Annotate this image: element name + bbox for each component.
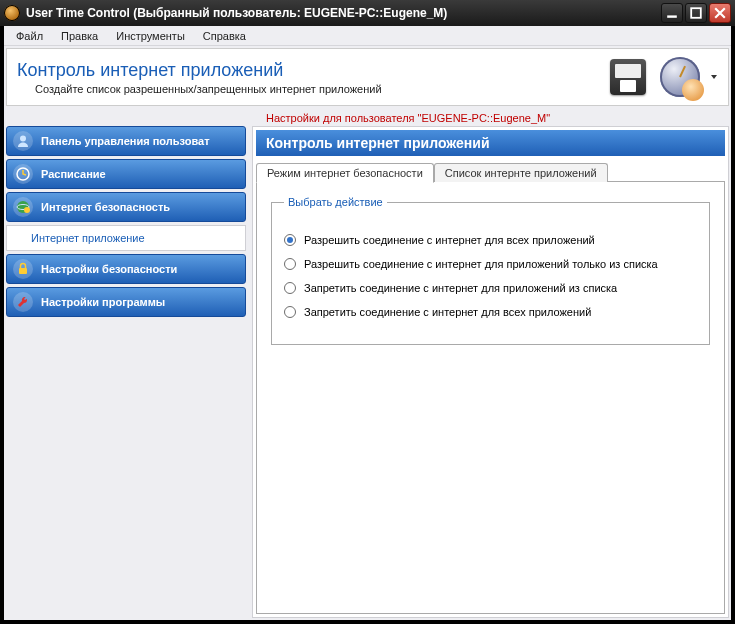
- content-title: Контроль интернет приложений: [256, 130, 725, 156]
- radio-block-all[interactable]: Запретить соединение с интернет для всех…: [284, 306, 697, 318]
- user-clock-button[interactable]: [658, 55, 702, 99]
- columns: Панель управления пользоват Расписание И…: [6, 126, 729, 618]
- sidebar-item-label: Панель управления пользоват: [41, 135, 210, 147]
- menu-file[interactable]: Файл: [8, 28, 51, 44]
- content-panel: Контроль интернет приложений Режим интер…: [252, 126, 729, 618]
- radio-label: Разрешить соединение с интернет для всех…: [304, 234, 595, 246]
- radio-input[interactable]: [284, 306, 296, 318]
- tab-app-list[interactable]: Список интернте приложений: [434, 163, 608, 182]
- radio-allow-list[interactable]: Разрешить соединение с интернет для прил…: [284, 258, 697, 270]
- save-icon: [610, 59, 646, 95]
- sidebar-item-label: Интернет безопасность: [41, 201, 170, 213]
- wrench-icon: [13, 292, 33, 312]
- svg-rect-0: [667, 15, 677, 17]
- radio-label: Запретить соединение с интернет для прил…: [304, 282, 617, 294]
- close-icon: [714, 7, 726, 19]
- body: Настройки для пользователя "EUGENE-PC::E…: [4, 108, 731, 620]
- lock-icon: [13, 259, 33, 279]
- user-icon: [13, 131, 33, 151]
- minimize-button[interactable]: [661, 3, 683, 23]
- radio-input[interactable]: [284, 282, 296, 294]
- save-button[interactable]: [606, 55, 650, 99]
- sidebar-item-label: Настройки программы: [41, 296, 165, 308]
- client-area: Файл Правка Инструменты Справка Контроль…: [4, 26, 731, 620]
- maximize-icon: [690, 7, 702, 19]
- header-text: Контроль интернет приложений Создайте сп…: [17, 60, 606, 95]
- sidebar-item-user-panel[interactable]: Панель управления пользоват: [6, 126, 246, 156]
- app-icon: [4, 5, 20, 21]
- tab-body: Выбрать действие Разрешить соединение с …: [256, 182, 725, 614]
- sidebar-item-label: Расписание: [41, 168, 106, 180]
- svg-point-2: [20, 136, 26, 142]
- action-group: Выбрать действие Разрешить соединение с …: [271, 196, 710, 345]
- window-controls: [661, 3, 731, 23]
- menu-help[interactable]: Справка: [195, 28, 254, 44]
- svg-rect-7: [19, 268, 27, 274]
- menu-edit[interactable]: Правка: [53, 28, 106, 44]
- tab-security-mode[interactable]: Режим интернет безопасности: [256, 163, 434, 183]
- titlebar[interactable]: User Time Control (Выбранный пользовател…: [0, 0, 735, 26]
- svg-rect-1: [691, 8, 701, 18]
- maximize-button[interactable]: [685, 3, 707, 23]
- chevron-down-icon[interactable]: [710, 73, 718, 81]
- sidebar-item-schedule[interactable]: Расписание: [6, 159, 246, 189]
- sidebar: Панель управления пользоват Расписание И…: [6, 126, 246, 618]
- menu-tools[interactable]: Инструменты: [108, 28, 193, 44]
- menubar: Файл Правка Инструменты Справка: [4, 26, 731, 46]
- radio-input[interactable]: [284, 258, 296, 270]
- radio-input[interactable]: [284, 234, 296, 246]
- tab-strip: Режим интернет безопасности Список интер…: [256, 160, 725, 182]
- svg-point-6: [24, 207, 30, 213]
- sidebar-item-internet-security[interactable]: Интернет безопасность: [6, 192, 246, 222]
- globe-icon: [13, 197, 33, 217]
- sidebar-item-security-settings[interactable]: Настройки безопасности: [6, 254, 246, 284]
- radio-label: Разрешить соединение с интернет для прил…: [304, 258, 658, 270]
- app-window: User Time Control (Выбранный пользовател…: [0, 0, 735, 624]
- window-title: User Time Control (Выбранный пользовател…: [26, 6, 661, 20]
- sidebar-subitem-internet-app[interactable]: Интернет приложение: [6, 225, 246, 251]
- page-header: Контроль интернет приложений Создайте сп…: [6, 48, 729, 106]
- radio-label: Запретить соединение с интернет для всех…: [304, 306, 591, 318]
- close-button[interactable]: [709, 3, 731, 23]
- clock-user-icon: [660, 57, 700, 97]
- page-title: Контроль интернет приложений: [17, 60, 606, 81]
- clock-icon: [13, 164, 33, 184]
- group-legend: Выбрать действие: [284, 196, 387, 208]
- sidebar-item-program-settings[interactable]: Настройки программы: [6, 287, 246, 317]
- radio-allow-all[interactable]: Разрешить соединение с интернет для всех…: [284, 234, 697, 246]
- header-actions: [606, 55, 718, 99]
- settings-for-label: Настройки для пользователя "EUGENE-PC::E…: [6, 110, 729, 126]
- minimize-icon: [666, 7, 678, 19]
- radio-block-list[interactable]: Запретить соединение с интернет для прил…: [284, 282, 697, 294]
- sidebar-item-label: Настройки безопасности: [41, 263, 177, 275]
- page-subtitle: Создайте список разрешенных/запрещенных …: [17, 83, 606, 95]
